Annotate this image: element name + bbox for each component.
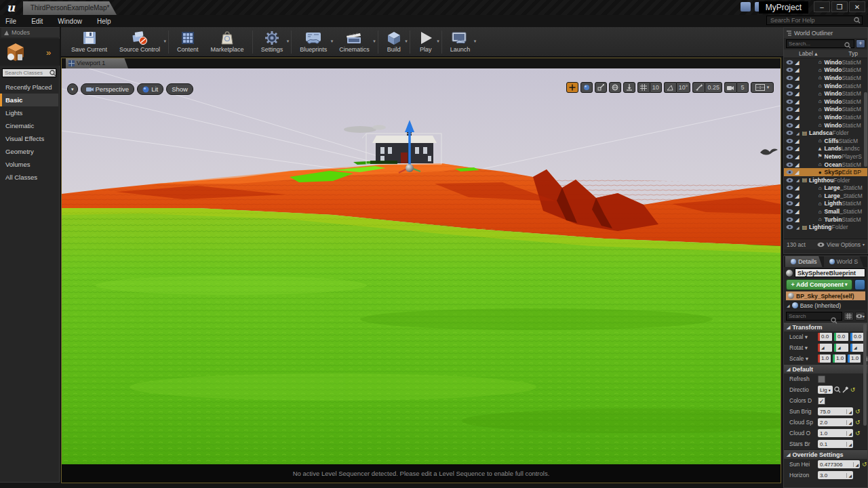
mode-category-item[interactable]: Geometry	[0, 145, 58, 158]
scale-snap-value[interactable]: 0.25	[705, 82, 722, 93]
location-label[interactable]: Local ▾	[789, 333, 816, 340]
scale-y-field[interactable]: 1.0	[833, 354, 846, 363]
maximize-button[interactable]: ❐	[831, 1, 848, 12]
location-x-field[interactable]: 0.0	[818, 333, 832, 341]
lit-mode-button[interactable]: Lit	[137, 83, 163, 95]
outliner-row[interactable]: ◢ ● SkySp Edit BP	[784, 168, 867, 176]
stars-brightness-field[interactable]: 0.1◢	[818, 440, 853, 448]
viewport-canvas[interactable]: ▾ Perspective Lit Show	[62, 68, 781, 464]
outliner-row[interactable]: ◢ ⌂ Windo StaticM	[784, 58, 867, 66]
outliner-row[interactable]: ◢ ⌂ Ocean StaticM	[784, 161, 867, 169]
outliner-scrollbar[interactable]	[864, 92, 867, 167]
expand-arrow-icon[interactable]: ◢	[795, 161, 800, 168]
menu-item[interactable]: Window	[58, 18, 82, 25]
horizon-field[interactable]: 3.0◢	[818, 471, 853, 479]
expand-arrow-icon[interactable]: ◢	[795, 59, 800, 66]
outliner-row[interactable]: ◢ ⌂ Lighth StaticM	[784, 200, 867, 208]
launch-button[interactable]: Launch ▾	[444, 28, 477, 56]
modes-panel-tab[interactable]: Modes	[1, 28, 60, 37]
grid-snap-value[interactable]: 10	[650, 82, 662, 93]
minimize-button[interactable]: –	[814, 1, 830, 12]
camera-speed-value[interactable]: 5	[736, 82, 749, 93]
close-button[interactable]: ✕	[849, 1, 865, 12]
expand-arrow-icon[interactable]: ◢	[795, 106, 800, 113]
outliner-row[interactable]: ◢ ▲ Lands Landsc	[784, 145, 867, 153]
expand-arrow-icon[interactable]: ◢	[795, 208, 800, 215]
location-y-field[interactable]: 0.0	[834, 333, 848, 341]
outliner-row[interactable]: ◢ ⌂ Windo StaticM	[784, 98, 867, 106]
directional-light-dropdown[interactable]: Lig▾	[818, 386, 833, 394]
visibility-eye-icon[interactable]	[786, 130, 793, 136]
menu-item[interactable]: Edit	[31, 18, 43, 25]
expand-arrow-icon[interactable]: ◢	[795, 153, 800, 160]
visibility-eye-icon[interactable]	[786, 146, 793, 151]
mode-category-item[interactable]: Basic	[0, 94, 58, 106]
scale-snap-toggle-button[interactable]	[692, 82, 705, 93]
eyedropper-icon[interactable]	[842, 386, 848, 393]
component-row-self[interactable]: BP_Sky_Sphere(self)	[786, 291, 865, 300]
play-button[interactable]: Play ▾	[412, 28, 439, 56]
level-tab[interactable]: ThirdPersonExampleMap*	[23, 1, 117, 15]
visibility-eye-icon[interactable]	[786, 99, 793, 104]
expand-arrow-icon[interactable]: ◢	[796, 131, 800, 136]
mode-category-item[interactable]: Cinematic	[0, 119, 58, 132]
reset-to-default-icon[interactable]: ↺	[855, 430, 861, 436]
rotate-tool-button[interactable]	[580, 82, 593, 93]
expand-arrow-icon[interactable]: ◢	[795, 83, 800, 89]
settings-button[interactable]: Settings ▾	[255, 28, 290, 56]
visibility-eye-icon[interactable]	[786, 75, 793, 81]
rotation-x-field[interactable]: ◢	[818, 344, 832, 352]
expand-toolbar-icon[interactable]: »	[46, 47, 50, 58]
scale-z-field[interactable]: 1.0	[848, 354, 861, 363]
add-component-button[interactable]: + Add Component ▾	[786, 279, 852, 290]
visibility-eye-icon[interactable]	[786, 91, 793, 96]
expand-arrow-icon[interactable]: ◢	[795, 66, 800, 73]
details-scrollbar[interactable]	[863, 324, 867, 426]
visibility-eye-icon[interactable]	[786, 67, 793, 73]
search-classes-input[interactable]	[2, 68, 56, 77]
outliner-column-headers[interactable]: Label ▴ Typ	[784, 49, 867, 58]
grid-snap-toggle-button[interactable]	[637, 82, 650, 93]
browse-search-icon[interactable]	[834, 386, 841, 393]
visibility-eye-icon[interactable]	[786, 138, 793, 144]
visibility-eye-icon[interactable]	[786, 169, 793, 175]
outliner-row[interactable]: ◢ ⌂ Windo StaticM	[784, 74, 867, 82]
rotation-z-field[interactable]: ◢	[850, 344, 865, 352]
visibility-eye-icon[interactable]	[786, 224, 793, 230]
default-section-header[interactable]: ◢Default	[784, 364, 867, 373]
outliner-row[interactable]: ◢ ⌂ Windo StaticM	[784, 113, 867, 121]
angle-snap-toggle-button[interactable]	[664, 82, 676, 93]
refresh-checkbox[interactable]	[818, 375, 825, 383]
mode-category-item[interactable]: Volumes	[0, 158, 58, 171]
expand-arrow-icon[interactable]: ◢	[795, 98, 800, 105]
mode-category-item[interactable]: Lights	[0, 106, 58, 119]
reset-to-default-icon[interactable]: ↺	[850, 386, 856, 393]
sun-brightness-field[interactable]: 75.0◢	[818, 407, 853, 415]
outliner-row[interactable]: ◢ ⌂ Windo StaticM	[784, 89, 867, 98]
sun-height-field[interactable]: 0.477306◢	[818, 460, 860, 468]
visibility-eye-icon[interactable]	[786, 154, 793, 159]
tab-details[interactable]: Details	[785, 256, 823, 267]
outliner-row[interactable]: ◢ ▤ Landsca Folder	[784, 129, 867, 137]
visibility-eye-icon[interactable]	[786, 115, 793, 120]
outliner-row[interactable]: ◢ ⌂ Small_ StaticM	[784, 207, 867, 216]
visibility-eye-icon[interactable]	[786, 193, 793, 199]
place-mode-icon[interactable]	[4, 41, 27, 64]
expand-arrow-icon[interactable]: ◢	[795, 192, 800, 199]
visibility-eye-icon[interactable]	[786, 162, 793, 167]
show-flags-button[interactable]: Show	[166, 83, 193, 95]
world-outliner-tab[interactable]: World Outliner	[784, 28, 867, 38]
rotation-y-field[interactable]: ◢	[834, 344, 848, 352]
visibility-eye-icon[interactable]	[786, 201, 793, 206]
outliner-row[interactable]: ◢ ▤ Lighthou Folder	[784, 176, 867, 184]
property-matrix-button[interactable]	[844, 312, 854, 321]
component-row-base[interactable]: ◢ Base (Inherited)	[784, 301, 867, 310]
outliner-row[interactable]: ◢ ⌂ Large_ StaticM	[784, 184, 867, 192]
rotation-label[interactable]: Rotat ▾	[789, 344, 816, 351]
outliner-row[interactable]: ◢ ⌂ Large_ StaticM	[784, 192, 867, 200]
mode-category-item[interactable]: Visual Effects	[0, 132, 58, 145]
visibility-eye-icon[interactable]	[786, 123, 793, 128]
expand-arrow-icon[interactable]: ◢	[795, 122, 800, 129]
display-filter-button[interactable]: ▾	[855, 312, 865, 321]
outliner-row[interactable]: ◢ ⌂ Windo StaticM	[784, 66, 867, 75]
